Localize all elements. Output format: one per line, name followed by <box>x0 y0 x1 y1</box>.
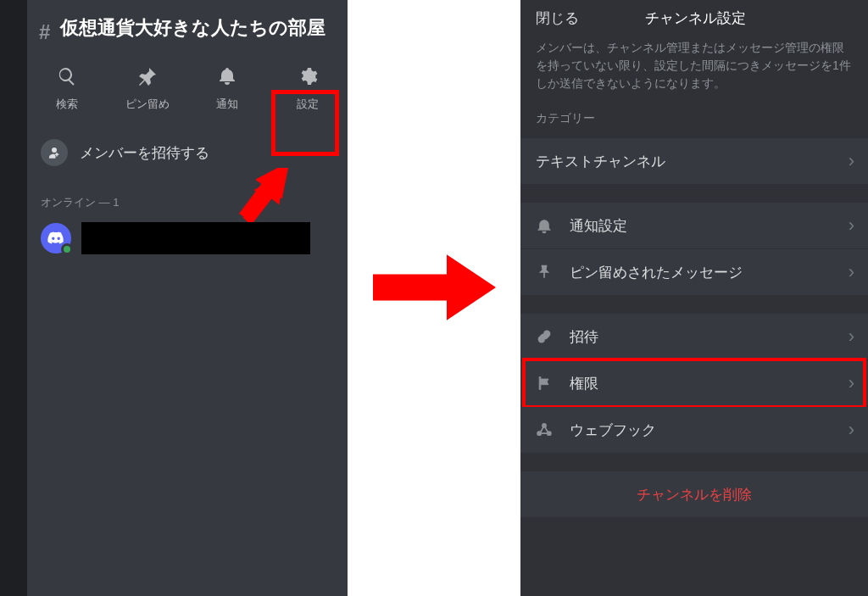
item-label: ウェブフック <box>570 421 849 440</box>
online-section-label: オンライン — 1 <box>27 178 348 219</box>
item-label: 通知設定 <box>570 216 849 236</box>
category-section-label: カテゴリー <box>520 111 868 138</box>
close-button[interactable]: 閉じる <box>536 8 579 28</box>
notify-label: 通知 <box>216 97 238 112</box>
svg-point-5 <box>548 432 551 435</box>
settings-title: チャンネル設定 <box>579 8 812 28</box>
settings-header: 閉じる チャンネル設定 <box>520 0 868 36</box>
flow-arrow-icon <box>373 254 496 320</box>
notify-button[interactable]: 通知 <box>187 66 268 112</box>
member-row[interactable] <box>27 219 348 258</box>
invite-label: メンバーを招待する <box>80 143 209 163</box>
flag-icon <box>534 373 554 393</box>
panel-gap <box>348 0 520 596</box>
right-panel: 閉じる チャンネル設定 メンバーは、チャンネル管理またはメッセージ管理の権限を持… <box>520 0 868 596</box>
category-text-channel[interactable]: テキストチャンネル › <box>520 138 868 184</box>
svg-point-4 <box>537 432 541 435</box>
link-icon <box>534 326 554 347</box>
item-label: 招待 <box>570 327 849 347</box>
item-pinned-messages[interactable]: ピン留めされたメッセージ › <box>520 249 868 295</box>
channel-action-row: 検索 ピン留め 通知 設定 <box>27 61 348 127</box>
item-label: テキストチャンネル <box>536 152 849 171</box>
chevron-right-icon: › <box>849 326 854 348</box>
gear-icon <box>298 66 318 90</box>
item-invite[interactable]: 招待 › <box>520 314 868 359</box>
member-name-redacted <box>81 222 310 254</box>
bell-icon <box>534 215 554 236</box>
settings-label: 設定 <box>297 97 319 112</box>
item-webhook[interactable]: ウェブフック › <box>520 407 868 453</box>
search-label: 検索 <box>56 97 78 112</box>
channel-view: # 仮想通貨大好きな人たちの部屋 検索 ピン留め 通知 <box>27 0 348 596</box>
channel-title: 仮想通貨大好きな人たちの部屋 <box>60 15 326 41</box>
add-user-icon <box>41 139 68 166</box>
chevron-right-icon: › <box>849 150 854 172</box>
svg-marker-2 <box>373 254 496 320</box>
chevron-right-icon: › <box>849 261 854 283</box>
chevron-right-icon: › <box>849 214 854 237</box>
item-label: 権限 <box>570 374 849 393</box>
webhook-icon <box>534 420 554 440</box>
delete-channel-button[interactable]: チャンネルを削除 <box>520 471 868 517</box>
item-notification-settings[interactable]: 通知設定 › <box>520 203 868 248</box>
settings-button[interactable]: 設定 <box>268 66 348 112</box>
member-avatar <box>41 223 71 253</box>
chevron-right-icon: › <box>849 419 854 441</box>
chevron-right-icon: › <box>849 372 854 394</box>
invite-members-button[interactable]: メンバーを招待する <box>27 127 348 178</box>
pins-button[interactable]: ピン留め <box>108 66 188 112</box>
delete-channel-label: チャンネルを削除 <box>637 485 752 504</box>
pins-label: ピン留め <box>125 97 170 112</box>
status-online-icon <box>61 243 73 255</box>
bell-icon <box>217 66 237 90</box>
settings-description: メンバーは、チャンネル管理またはメッセージ管理の権限を持っていない限り、設定した… <box>520 36 868 111</box>
server-rail <box>0 0 27 596</box>
search-button[interactable]: 検索 <box>27 66 108 112</box>
left-panel: # 仮想通貨大好きな人たちの部屋 検索 ピン留め 通知 <box>0 0 348 596</box>
pin-icon <box>137 66 158 90</box>
item-permissions[interactable]: 権限 › <box>520 360 868 406</box>
item-label: ピン留めされたメッセージ <box>570 263 849 282</box>
channel-header: # 仮想通貨大好きな人たちの部屋 <box>27 0 348 61</box>
hash-icon: # <box>39 15 50 46</box>
search-icon <box>57 66 77 90</box>
pin-icon <box>534 262 554 282</box>
